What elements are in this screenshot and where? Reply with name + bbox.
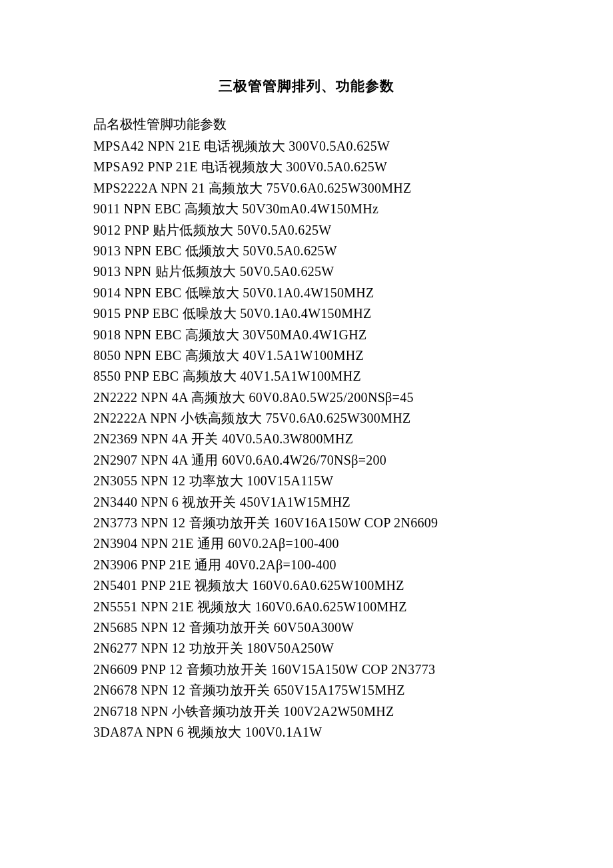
data-row: 2N5551 NPN 21E 视频放大 160V0.6A0.625W100MHZ [93, 597, 520, 617]
data-row: 3DA87A NPN 6 视频放大 100V0.1A1W [93, 722, 520, 743]
data-row: 2N5685 NPN 12 音频功放开关 60V50A300W [93, 617, 520, 638]
data-row: 9014 NPN EBC 低噪放大 50V0.1A0.4W150MHZ [93, 283, 520, 303]
data-row: 9013 NPN EBC 低频放大 50V0.5A0.625W [93, 241, 520, 261]
column-header: 品名极性管脚功能参数 [93, 114, 520, 135]
data-row: 2N2907 NPN 4A 通用 60V0.6A0.4W26/70NSβ=200 [93, 450, 520, 471]
data-row: MPSA42 NPN 21E 电话视频放大 300V0.5A0.625W [93, 136, 520, 157]
data-row: 9012 PNP 贴片低频放大 50V0.5A0.625W [93, 220, 520, 241]
data-row: 2N6718 NPN 小铁音频功放开关 100V2A2W50MHZ [93, 701, 520, 722]
data-row: 2N6609 PNP 12 音频功放开关 160V15A150W COP 2N3… [93, 659, 520, 680]
data-row: 2N2369 NPN 4A 开关 40V0.5A0.3W800MHZ [93, 429, 520, 449]
data-row: 8550 PNP EBC 高频放大 40V1.5A1W100MHZ [93, 366, 520, 387]
document-title: 三极管管脚排列、功能参数 [93, 77, 520, 95]
data-row: 2N3773 NPN 12 音频功放开关 160V16A150W COP 2N6… [93, 513, 520, 533]
data-row: MPS2222A NPN 21 高频放大 75V0.6A0.625W300MHZ [93, 178, 520, 199]
data-row: MPSA92 PNP 21E 电话视频放大 300V0.5A0.625W [93, 157, 520, 177]
data-row: 2N2222 NPN 4A 高频放大 60V0.8A0.5W25/200NSβ=… [93, 387, 520, 408]
data-row: 2N3440 NPN 6 视放开关 450V1A1W15MHZ [93, 492, 520, 513]
data-row: 2N5401 PNP 21E 视频放大 160V0.6A0.625W100MHZ [93, 575, 520, 596]
data-rows-container: MPSA42 NPN 21E 电话视频放大 300V0.5A0.625WMPSA… [93, 136, 520, 743]
data-row: 2N3904 NPN 21E 通用 60V0.2Aβ=100-400 [93, 533, 520, 554]
data-row: 9013 NPN 贴片低频放大 50V0.5A0.625W [93, 261, 520, 282]
data-row: 2N3055 NPN 12 功率放大 100V15A115W [93, 471, 520, 491]
data-row: 9011 NPN EBC 高频放大 50V30mA0.4W150MHz [93, 199, 520, 219]
data-row: 2N3906 PNP 21E 通用 40V0.2Aβ=100-400 [93, 555, 520, 575]
data-row: 2N6678 NPN 12 音频功放开关 650V15A175W15MHZ [93, 680, 520, 701]
data-row: 2N6277 NPN 12 功放开关 180V50A250W [93, 638, 520, 659]
data-row: 8050 NPN EBC 高频放大 40V1.5A1W100MHZ [93, 345, 520, 366]
data-row: 9015 PNP EBC 低噪放大 50V0.1A0.4W150MHZ [93, 303, 520, 324]
data-row: 9018 NPN EBC 高频放大 30V50MA0.4W1GHZ [93, 325, 520, 345]
data-row: 2N2222A NPN 小铁高频放大 75V0.6A0.625W300MHZ [93, 408, 520, 429]
